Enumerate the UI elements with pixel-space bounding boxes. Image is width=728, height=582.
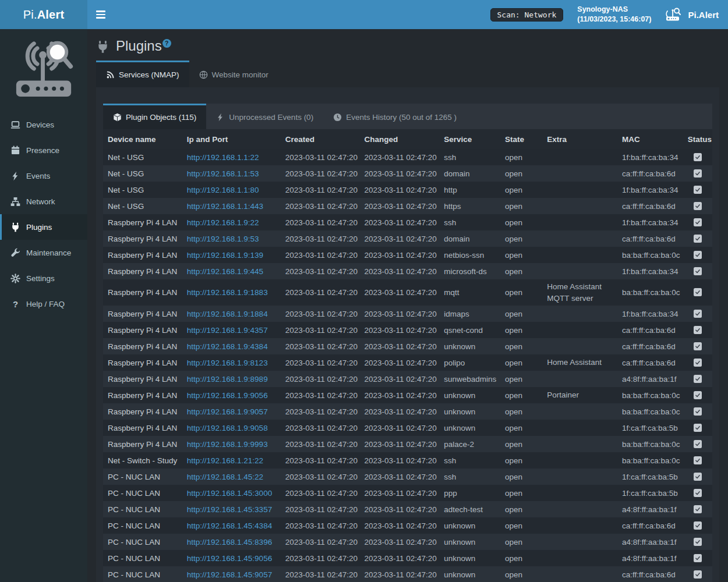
column-header-changed[interactable]: Changed bbox=[360, 129, 440, 149]
device-name-cell: Raspberry Pi 4 LAN bbox=[103, 338, 182, 354]
status-checkbox[interactable] bbox=[694, 473, 702, 481]
device-name-cell: Net - USG bbox=[103, 182, 182, 198]
status-checkbox[interactable] bbox=[694, 489, 702, 497]
status-checkbox[interactable] bbox=[694, 359, 702, 367]
status-checkbox[interactable] bbox=[694, 326, 702, 334]
ip-port-link[interactable]: http://192.168.1.45:22 bbox=[187, 473, 263, 481]
sidebar-item-network[interactable]: Network bbox=[0, 189, 87, 214]
ip-port-link[interactable]: http://192.168.1.45:3000 bbox=[187, 489, 272, 498]
status-checkbox[interactable] bbox=[694, 202, 702, 210]
sidebar-item-devices[interactable]: Devices bbox=[0, 112, 87, 137]
status-checkbox[interactable] bbox=[694, 267, 702, 275]
ip-port-link[interactable]: http://192.168.1.9:8123 bbox=[187, 359, 268, 367]
app-brand[interactable]: Pi.Alert bbox=[665, 8, 719, 22]
ip-port-link[interactable]: http://192.168.1.45:9056 bbox=[187, 554, 272, 563]
table-row: Raspberry Pi 4 LANhttp://192.168.1.9:905… bbox=[103, 387, 712, 403]
ip-port-link[interactable]: http://192.168.1.9:445 bbox=[187, 267, 263, 276]
sidebar-item-presence[interactable]: Presence bbox=[0, 137, 87, 163]
help-badge[interactable]: ? bbox=[162, 39, 171, 48]
status-checkbox[interactable] bbox=[694, 169, 702, 178]
column-header-extra[interactable]: Extra bbox=[542, 129, 617, 149]
status-checkbox[interactable] bbox=[694, 310, 702, 318]
sidebar-item-plugins[interactable]: Plugins bbox=[0, 214, 87, 240]
ip-port-link[interactable]: http://192.168.1.9:9056 bbox=[187, 391, 268, 400]
state-cell: open bbox=[500, 263, 542, 279]
ip-port-cell: http://192.168.1.9:1884 bbox=[182, 306, 281, 322]
status-checkbox[interactable] bbox=[694, 521, 702, 530]
ip-port-link[interactable]: http://192.168.1.9:139 bbox=[187, 251, 263, 260]
status-checkbox[interactable] bbox=[694, 153, 702, 161]
created-cell: 2023-03-11 02:47:20 bbox=[281, 534, 360, 550]
ip-port-link[interactable]: http://192.168.1.9:9058 bbox=[187, 424, 268, 432]
sidebar-item-settings[interactable]: Settings bbox=[0, 265, 87, 291]
ip-port-link[interactable]: http://192.168.1.45:3357 bbox=[187, 505, 272, 514]
status-checkbox[interactable] bbox=[694, 440, 702, 448]
status-checkbox[interactable] bbox=[694, 456, 702, 464]
sidebar-item-help-faq[interactable]: ?Help / FAQ bbox=[0, 291, 87, 317]
subtab-unprocessed-events-0[interactable]: Unprocessed Events (0) bbox=[206, 104, 323, 129]
extra-cell bbox=[542, 214, 617, 230]
sidebar-item-events[interactable]: Events bbox=[0, 163, 87, 189]
ip-port-link[interactable]: http://192.168.1.9:22 bbox=[187, 218, 259, 227]
sidebar-item-maintenance[interactable]: Maintenance bbox=[0, 240, 87, 265]
subtab-plugin-objects-115[interactable]: Plugin Objects (115) bbox=[103, 104, 206, 129]
ip-port-link[interactable]: http://192.168.1.9:1883 bbox=[187, 288, 268, 297]
status-checkbox[interactable] bbox=[694, 235, 702, 243]
ip-port-link[interactable]: http://192.168.1.45:9057 bbox=[187, 570, 272, 579]
ip-port-link[interactable]: http://192.168.1.9:4384 bbox=[187, 342, 268, 351]
tab-label: Unprocessed Events (0) bbox=[229, 113, 313, 122]
status-checkbox[interactable] bbox=[694, 186, 702, 194]
ip-port-link[interactable]: http://192.168.1.9:8989 bbox=[187, 375, 268, 384]
mac-cell: ca:ff:ff:ca:ba:6d bbox=[617, 517, 683, 534]
changed-cell: 2023-03-11 02:47:20 bbox=[360, 371, 440, 387]
table-row: PC - NUC LANhttp://192.168.1.45:33572023… bbox=[103, 501, 712, 517]
service-cell: microsoft-ds bbox=[439, 263, 500, 279]
ip-port-link[interactable]: http://192.168.1.1:80 bbox=[187, 186, 259, 194]
ip-port-link[interactable]: http://192.168.1.9:53 bbox=[187, 235, 259, 243]
tab-services-nmap[interactable]: Services (NMAP) bbox=[96, 61, 189, 87]
status-checkbox[interactable] bbox=[694, 342, 702, 350]
device-name-cell: PC - NUC LAN bbox=[103, 485, 182, 501]
ip-port-link[interactable]: http://192.168.1.21:22 bbox=[187, 456, 263, 465]
ip-port-link[interactable]: http://192.168.1.1:53 bbox=[187, 169, 259, 178]
changed-cell: 2023-03-11 02:47:20 bbox=[360, 279, 440, 306]
ip-port-link[interactable]: http://192.168.1.9:4357 bbox=[187, 326, 268, 335]
status-checkbox[interactable] bbox=[694, 251, 702, 259]
ip-port-link[interactable]: http://192.168.1.1:22 bbox=[187, 153, 259, 162]
column-header-service[interactable]: Service bbox=[439, 129, 500, 149]
status-checkbox[interactable] bbox=[694, 554, 702, 562]
mac-cell: ca:ff:ff:ca:ba:6d bbox=[617, 338, 683, 354]
ip-port-link[interactable]: http://192.168.1.9:1884 bbox=[187, 310, 268, 318]
column-header-mac[interactable]: MAC bbox=[617, 129, 683, 149]
extra-cell bbox=[542, 436, 617, 452]
column-header-created[interactable]: Created bbox=[281, 129, 360, 149]
status-checkbox[interactable] bbox=[694, 391, 702, 399]
ip-port-link[interactable]: http://192.168.1.1:443 bbox=[187, 202, 263, 211]
brand-logo[interactable]: Pi.Alert bbox=[0, 0, 87, 29]
ip-port-link[interactable]: http://192.168.1.45:4384 bbox=[187, 521, 272, 530]
tab-website-monitor[interactable]: Website monitor bbox=[189, 61, 278, 87]
status-checkbox[interactable] bbox=[694, 218, 702, 226]
sidebar-toggle-icon[interactable] bbox=[87, 0, 114, 29]
ip-port-link[interactable]: http://192.168.1.9:9057 bbox=[187, 407, 268, 416]
status-checkbox[interactable] bbox=[694, 505, 702, 513]
status-checkbox[interactable] bbox=[694, 375, 702, 383]
device-name-cell: Raspberry Pi 4 LAN bbox=[103, 436, 182, 452]
column-header-status[interactable]: Status bbox=[683, 129, 712, 149]
table-row: Raspberry Pi 4 LANhttp://192.168.1.9:139… bbox=[103, 247, 712, 263]
ip-port-link[interactable]: http://192.168.1.45:8396 bbox=[187, 538, 272, 546]
ip-port-link[interactable]: http://192.168.1.9:9993 bbox=[187, 440, 268, 449]
service-cell: unknown bbox=[439, 550, 500, 566]
column-header-state[interactable]: State bbox=[500, 129, 542, 149]
subtab-events-history-50-out-of-1265[interactable]: Events History (50 out of 1265 ) bbox=[323, 104, 467, 129]
ip-port-cell: http://192.168.1.9:8989 bbox=[182, 371, 281, 387]
column-header-ip-and-port[interactable]: Ip and Port bbox=[182, 129, 281, 149]
column-header-device-name[interactable]: Device name bbox=[103, 129, 182, 149]
status-checkbox[interactable] bbox=[694, 424, 702, 432]
mac-cell: ba:ba:ff:ca:ba:0c bbox=[617, 452, 683, 469]
status-checkbox[interactable] bbox=[694, 407, 702, 416]
status-checkbox[interactable] bbox=[694, 288, 702, 296]
status-checkbox[interactable] bbox=[694, 570, 702, 579]
device-name-cell: PC - NUC LAN bbox=[103, 550, 182, 566]
status-checkbox[interactable] bbox=[694, 538, 702, 546]
